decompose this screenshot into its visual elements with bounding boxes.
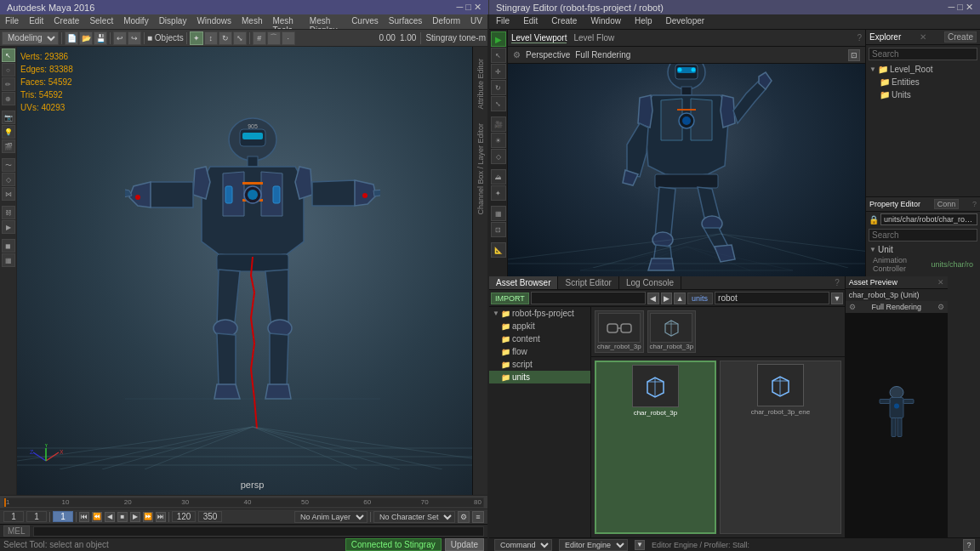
tree-units-selected[interactable]: 📁 units: [489, 371, 590, 383]
render-mode-label[interactable]: Full Rendering: [575, 50, 630, 60]
stingray-3d-viewport[interactable]: [508, 64, 865, 276]
step-forward-btn[interactable]: ⏩: [143, 512, 153, 522]
menu-uv[interactable]: UV: [465, 14, 487, 29]
stop-btn[interactable]: ■: [117, 512, 128, 522]
start-frame-input[interactable]: [3, 511, 24, 522]
go-to-end-btn[interactable]: ⏭: [156, 512, 166, 522]
new-scene-btn[interactable]: 📄: [65, 31, 78, 45]
s-particle-icon[interactable]: ✦: [491, 185, 506, 201]
level-viewport-tab[interactable]: Level Viewport: [511, 33, 567, 43]
stingray-minimize-icon[interactable]: ─: [949, 2, 955, 13]
asset-thumb-top-1[interactable]: char_robot_3p: [595, 310, 644, 353]
snap-to-grid-btn[interactable]: #: [253, 31, 266, 45]
maya-timeline-ruler[interactable]: 1 10 20 30 40 50 60 70 80: [0, 495, 487, 508]
light-icon[interactable]: 💡: [2, 125, 15, 139]
s-snap-icon[interactable]: ⊡: [491, 222, 506, 237]
console-input-area[interactable]: Command: [494, 539, 552, 551]
frame-field[interactable]: [53, 511, 73, 522]
s-unit-icon[interactable]: ◇: [491, 149, 506, 164]
ab-nav-forward-btn[interactable]: ▶: [661, 293, 673, 304]
create-btn[interactable]: Create: [944, 31, 977, 43]
s-select-icon[interactable]: ↖: [491, 48, 506, 63]
s-menu-file[interactable]: File: [489, 14, 516, 29]
stingray-win-controls[interactable]: ─ □ ✕: [949, 2, 973, 13]
step-back-btn[interactable]: ⏪: [92, 512, 102, 522]
anim-icon[interactable]: ▶: [2, 220, 15, 234]
redo-btn[interactable]: ↪: [128, 31, 141, 45]
lock-icon[interactable]: 🔒: [869, 215, 879, 224]
anim-layer-select[interactable]: No Anim Layer: [294, 511, 368, 523]
menu-mesh-tools[interactable]: Mesh Tools: [267, 14, 304, 29]
select-tool-btn[interactable]: ✦: [190, 31, 203, 45]
script-editor-tab[interactable]: Script Editor: [558, 276, 618, 289]
tree-item-entities[interactable]: 📁 Entities: [866, 76, 980, 88]
tree-appkit[interactable]: 📁 appkit: [489, 320, 590, 332]
s-menu-edit[interactable]: Edit: [516, 14, 544, 29]
minimize-icon[interactable]: ─: [457, 2, 464, 13]
maya-win-controls[interactable]: ─ □ ✕: [457, 2, 481, 13]
update-btn[interactable]: Update: [445, 538, 484, 551]
tree-content[interactable]: 📁 content: [489, 332, 590, 345]
level-flow-tab[interactable]: Level Flow: [573, 33, 614, 43]
s-menu-developer[interactable]: Developer: [659, 14, 712, 29]
render-icon[interactable]: 🎬: [2, 139, 15, 153]
ap-settings-gear-icon[interactable]: ⚙: [849, 303, 856, 311]
maya-mode-select[interactable]: Modeling: [2, 31, 59, 45]
ab-nav-up-btn[interactable]: ▲: [674, 293, 686, 304]
s-grid-icon[interactable]: ▦: [491, 206, 506, 221]
range-end-input[interactable]: [198, 511, 222, 522]
curve-icon[interactable]: 〜: [2, 158, 15, 172]
menu-surfaces[interactable]: Surfaces: [384, 14, 427, 29]
rotate-tool-btn[interactable]: ↻: [219, 31, 232, 45]
maximize-icon[interactable]: □: [465, 2, 471, 13]
play-back-btn[interactable]: ◀: [105, 512, 115, 522]
ap-options-icon[interactable]: ⚙: [937, 303, 944, 311]
attribute-editor-tab[interactable]: Attribute Editor: [476, 55, 485, 113]
scale-tool-btn[interactable]: ⤡: [233, 31, 247, 45]
s-scale-icon[interactable]: ⤡: [491, 96, 506, 111]
ab-filter-btn[interactable]: ▼: [831, 293, 843, 304]
move-tool-btn[interactable]: ↕: [204, 31, 218, 45]
deform-icon[interactable]: ⋈: [2, 187, 15, 201]
ab-nav-back-btn[interactable]: ◀: [647, 293, 659, 304]
timeline-preferences-btn[interactable]: ≡: [472, 511, 484, 523]
s-move-icon[interactable]: ✛: [491, 64, 506, 79]
camera-icon[interactable]: 📷: [2, 111, 15, 124]
menu-deform[interactable]: Deform: [427, 14, 465, 29]
s-menu-create[interactable]: Create: [544, 14, 584, 29]
s-rotate-icon[interactable]: ↻: [491, 80, 506, 95]
go-to-start-btn[interactable]: ⏮: [79, 512, 89, 522]
mel-input[interactable]: [33, 526, 484, 537]
menu-modify[interactable]: Modify: [118, 14, 153, 29]
engine-select[interactable]: Editor Engine: [559, 539, 628, 551]
texture-icon[interactable]: ▦: [2, 253, 15, 267]
transform-icon[interactable]: ⊕: [2, 92, 15, 105]
command-type-select[interactable]: Command: [494, 539, 552, 551]
poly-icon[interactable]: ◇: [2, 173, 15, 186]
menu-mesh-display[interactable]: Mesh Display: [305, 14, 346, 29]
menu-curves[interactable]: Curves: [346, 14, 384, 29]
ap-close-icon[interactable]: ✕: [937, 278, 944, 287]
constraint-icon[interactable]: ⛓: [2, 206, 15, 219]
paint-tool-icon[interactable]: ✏: [2, 77, 15, 91]
s-menu-help[interactable]: Help: [628, 14, 659, 29]
viewport-expand-btn[interactable]: ⊡: [848, 49, 860, 61]
snap-to-curve-btn[interactable]: ⌒: [267, 31, 281, 45]
asset-thumb-1[interactable]: char_robot_3p: [595, 361, 716, 534]
tree-item-level-root[interactable]: ▼ 📁 Level_Root: [866, 63, 980, 76]
s-terrain-icon[interactable]: ⛰: [491, 169, 506, 185]
menu-mesh[interactable]: Mesh: [236, 14, 267, 29]
settings-gear-icon[interactable]: ⚙: [513, 50, 521, 60]
save-scene-btn[interactable]: 💾: [94, 31, 107, 45]
shading-icon[interactable]: ◼: [2, 239, 15, 253]
ab-filter-input[interactable]: [715, 292, 829, 304]
undo-btn[interactable]: ↩: [113, 31, 127, 45]
menu-file[interactable]: File: [0, 14, 24, 29]
pe-search[interactable]: [869, 229, 977, 241]
menu-display[interactable]: Display: [154, 14, 192, 29]
play-forward-btn[interactable]: ▶: [130, 512, 140, 522]
status-help-icon[interactable]: ?: [963, 539, 975, 551]
playback-options-btn[interactable]: ⚙: [458, 511, 470, 523]
explorer-close-icon[interactable]: ✕: [920, 32, 926, 42]
s-ruler-icon[interactable]: 📐: [491, 242, 506, 258]
